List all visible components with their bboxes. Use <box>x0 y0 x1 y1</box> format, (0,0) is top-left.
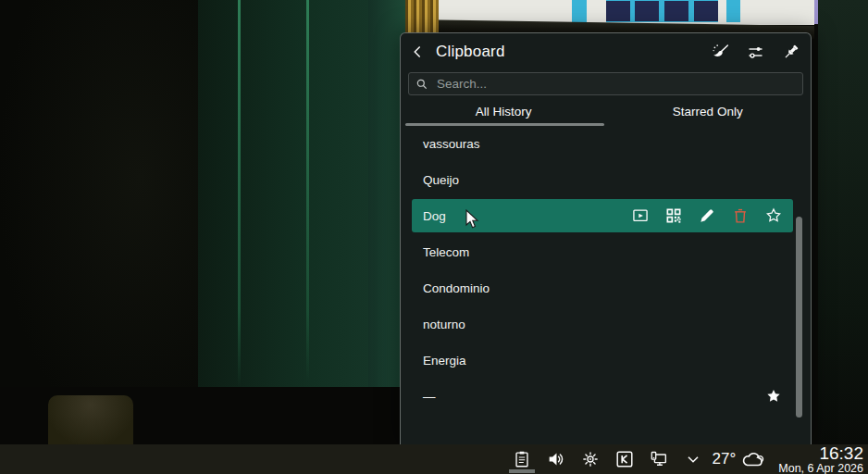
tab-starred-only[interactable]: Starred Only <box>606 99 811 123</box>
wallpaper-door-highlight <box>238 0 241 387</box>
list-item-text: noturno <box>423 318 783 331</box>
wallpaper-artwork-block <box>572 0 587 22</box>
k-box-icon <box>614 449 635 469</box>
configure-button[interactable] <box>746 43 765 62</box>
pencil-icon <box>698 206 716 225</box>
remove-from-history-button[interactable] <box>731 206 750 225</box>
star-filled-button[interactable] <box>764 387 783 405</box>
clipboard-history-list: vassouras Queijo Dog <box>401 124 811 444</box>
item-actions <box>631 206 783 225</box>
qr-code-icon <box>664 206 683 225</box>
popup-title: Clipboard <box>436 43 711 61</box>
pin-button[interactable] <box>781 43 800 62</box>
clipboard-icon <box>512 449 532 469</box>
wallpaper-wall <box>818 0 868 444</box>
clear-history-button[interactable] <box>711 43 730 62</box>
header-actions <box>711 43 800 62</box>
trash-icon <box>731 206 750 225</box>
wallpaper-artwork-block <box>664 1 688 21</box>
play-window-icon <box>631 206 650 225</box>
list-item[interactable]: Condominio <box>412 271 793 305</box>
list-item[interactable]: Telecom <box>412 235 793 268</box>
chevron-left-icon <box>409 43 428 61</box>
tray-brightness-icon[interactable] <box>578 444 602 474</box>
tray-volume-icon[interactable] <box>544 444 568 474</box>
wallpaper-artwork-block <box>606 1 630 21</box>
list-item[interactable]: vassouras <box>412 127 793 160</box>
search-box[interactable] <box>408 72 803 95</box>
configure-sliders-icon <box>746 43 765 62</box>
search-input[interactable] <box>435 76 797 92</box>
tab-label: Starred Only <box>673 105 743 118</box>
tab-bar: All History Starred Only <box>402 99 810 123</box>
wallpaper-artwork-block <box>694 1 718 21</box>
chevron-down-icon <box>683 449 703 469</box>
weather-temperature: 27° <box>713 450 737 468</box>
wallpaper-vase <box>48 395 133 444</box>
scrollbar-thumb[interactable] <box>796 217 802 418</box>
sun-icon <box>580 449 601 469</box>
show-qr-code-button[interactable] <box>664 206 683 225</box>
popup-header: Clipboard <box>401 33 811 70</box>
wallpaper-wall <box>0 0 199 444</box>
search-icon <box>415 77 429 92</box>
list-item[interactable]: Energia <box>412 343 793 377</box>
speaker-icon <box>546 449 566 469</box>
tray-clipboard-icon[interactable] <box>510 444 534 474</box>
wallpaper-brass-pole <box>405 0 439 32</box>
list-item-selected[interactable]: Dog <box>412 199 793 232</box>
list-item-text: Dog <box>423 209 631 223</box>
list-item-text: Telecom <box>423 245 783 259</box>
star-outline-icon <box>764 206 783 225</box>
wallpaper-artwork-block <box>635 1 659 21</box>
wallpaper-door-highlight <box>306 0 309 381</box>
list-item-text: vassouras <box>423 137 783 151</box>
pin-icon <box>781 43 800 62</box>
active-applet-indicator <box>509 469 535 473</box>
monitor-device-icon <box>649 449 669 469</box>
taskbar: 27° 16:32 Mon, 6 Apr 2026 <box>0 444 868 474</box>
cloud-icon <box>739 448 765 470</box>
tray-display-connect-icon[interactable] <box>647 444 671 474</box>
list-item-text: Queijo <box>423 173 783 187</box>
clipboard-popup: Clipboard <box>400 32 812 444</box>
list-item-text: Condominio <box>423 281 783 295</box>
clock-time: 16:32 <box>819 444 863 462</box>
list-item[interactable]: noturno <box>412 307 793 341</box>
weather-applet[interactable]: 27° <box>713 448 766 470</box>
tray-keepassxc-icon[interactable] <box>613 444 637 474</box>
list-item[interactable]: Queijo <box>412 163 793 196</box>
clock-applet[interactable]: 16:32 Mon, 6 Apr 2026 <box>778 444 868 474</box>
star-button[interactable] <box>764 206 783 225</box>
tab-all-history[interactable]: All History <box>402 99 606 123</box>
back-button[interactable] <box>409 43 428 61</box>
system-tray <box>510 444 705 474</box>
tab-label: All History <box>476 105 532 118</box>
star-filled-icon <box>764 387 783 405</box>
tray-expand-button[interactable] <box>681 444 705 474</box>
list-item-starred[interactable]: — <box>412 380 793 413</box>
broom-icon <box>711 43 730 62</box>
edit-contents-button[interactable] <box>698 206 716 225</box>
list-item-text: — <box>423 390 764 404</box>
list-item-text: Energia <box>423 354 783 368</box>
desktop: Clipboard <box>0 0 868 474</box>
invoke-action-button[interactable] <box>631 206 650 225</box>
scrollbar[interactable] <box>796 215 802 441</box>
clock-date: Mon, 6 Apr 2026 <box>778 463 863 474</box>
wallpaper-artwork-block <box>726 0 740 22</box>
